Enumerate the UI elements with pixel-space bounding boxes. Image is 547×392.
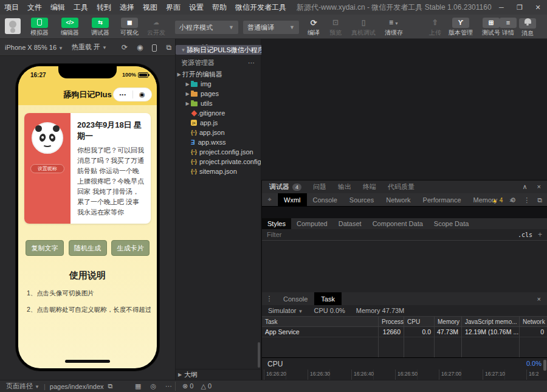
menu-select[interactable]: 选择	[115, 0, 139, 15]
rotate-device-icon[interactable]	[152, 44, 157, 52]
tree-open-editors[interactable]: ▶ 打开的编辑器	[176, 69, 261, 79]
task-row-name[interactable]: App Service	[262, 327, 379, 337]
record-icon[interactable]: ◉	[137, 43, 143, 52]
tree-file-privateconfig[interactable]: {··} project.private.config.js...	[176, 157, 261, 167]
restart-icon[interactable]: ⟳	[122, 43, 128, 52]
tree-folder-utils[interactable]: ▶ utils	[176, 98, 261, 108]
visualization-toggle[interactable]: ▦ 可视化	[114, 16, 145, 37]
tab-sources[interactable]: Sources	[343, 193, 380, 206]
menu-file[interactable]: 文件	[23, 0, 46, 15]
tree-folder-pages[interactable]: ▶ pages	[176, 89, 261, 98]
warning-count[interactable]: △ 0	[201, 382, 212, 390]
menu-tools[interactable]: 工具	[69, 0, 92, 15]
simulator-toggle[interactable]: 模拟器	[24, 16, 55, 37]
cls-toggle[interactable]: .cls	[518, 232, 532, 238]
tab-styles[interactable]: Styles	[262, 218, 291, 229]
menu-settings[interactable]: 设置	[185, 0, 208, 15]
tab-task[interactable]: Task	[314, 292, 342, 305]
compile-mode-select[interactable]: 普通编译 ▼	[243, 21, 299, 34]
collapse-icon[interactable]: ∧	[523, 183, 528, 191]
hot-reload-select[interactable]: 热重载 开▼	[72, 43, 107, 52]
compile-button[interactable]: ⟳ 编译	[303, 16, 325, 37]
menu-help[interactable]: 帮助	[208, 0, 231, 15]
tab-scope-data[interactable]: Scope Data	[428, 218, 474, 229]
warning-icon[interactable]: ▲ 4	[492, 197, 503, 204]
tab-performance[interactable]: Performance	[417, 193, 467, 206]
col-js-memory[interactable]: JavaScript memo...	[462, 317, 520, 327]
debugger-toggle[interactable]: ⇆ 调试器	[85, 16, 115, 37]
tab-debugger[interactable]: 调试器 4	[269, 182, 301, 191]
kebab-menu-icon[interactable]: ⋮	[262, 292, 277, 305]
tree-folder-img[interactable]: ▶ img	[176, 79, 261, 89]
more-icon[interactable]: ⋯	[248, 59, 255, 67]
clear-cache-button[interactable]: ≡ ▼ 清缓存	[380, 16, 407, 37]
tree-file-sitemap[interactable]: {··} sitemap.json	[176, 167, 261, 176]
gear-icon[interactable]: ⚙	[510, 196, 516, 204]
device-select[interactable]: iPhone X 85% 16▼	[5, 44, 63, 51]
inspect-element-icon[interactable]: ⌖	[262, 193, 278, 206]
menu-project[interactable]: 项目	[0, 0, 23, 15]
messages-button[interactable]: 消息	[515, 16, 540, 38]
random-generate-button[interactable]: 随机生成	[69, 240, 107, 256]
tab-component-data[interactable]: Component Data	[367, 218, 428, 229]
menu-view[interactable]: 视图	[139, 0, 162, 15]
tab-code-quality[interactable]: 代码质量	[388, 182, 415, 191]
wxml-tree-area[interactable]	[262, 207, 547, 218]
plugin-icon[interactable]: ▦	[135, 382, 141, 390]
tab-dataset[interactable]: Dataset	[333, 218, 367, 229]
styles-content-area[interactable]	[262, 241, 547, 292]
error-count[interactable]: ⊗ 0	[182, 382, 193, 390]
tree-file-gitignore[interactable]: .gitignore	[176, 108, 261, 118]
tab-network[interactable]: Network	[380, 193, 416, 206]
close-button[interactable]: ✕	[529, 0, 547, 15]
panda-avatar[interactable]	[32, 122, 63, 154]
cpu-scrollbar[interactable]	[543, 360, 546, 371]
miniprogram-capsule[interactable]: ••• ◉	[113, 88, 152, 101]
editor-toggle[interactable]: </> 编辑器	[55, 16, 85, 37]
tree-file-appwxss[interactable]: Ǝ app.wxss	[176, 137, 261, 147]
mode-select[interactable]: 小程序模式 ▼	[175, 21, 238, 34]
col-task[interactable]: Task	[262, 317, 379, 327]
add-style-icon[interactable]: +	[538, 230, 542, 239]
tab-terminal[interactable]: 终端	[363, 182, 376, 191]
menu-goto[interactable]: 转到	[92, 0, 115, 15]
tab-computed[interactable]: Computed	[291, 218, 333, 229]
more-icon[interactable]: •••	[114, 92, 132, 97]
tab-console[interactable]: Console	[307, 193, 343, 206]
menu-devtools[interactable]: 微信开发者工具	[231, 0, 291, 15]
tree-file-appjson[interactable]: {··} app.json	[176, 128, 261, 137]
copy-text-button[interactable]: 复制文字	[26, 240, 64, 256]
maximize-button[interactable]: ❐	[511, 0, 529, 15]
menu-interface[interactable]: 界面	[162, 0, 185, 15]
tab-output[interactable]: 输出	[338, 182, 351, 191]
eye-icon[interactable]: ◎	[150, 382, 156, 390]
exit-icon[interactable]: ◉	[133, 91, 152, 98]
multi-window-icon[interactable]: ⧉	[166, 43, 171, 52]
kebab-menu-icon[interactable]: ⋮	[523, 196, 530, 204]
dock-icon[interactable]: ⧉	[537, 196, 542, 204]
explorer-scrollbar[interactable]	[258, 342, 260, 368]
col-network[interactable]: Network	[520, 317, 547, 327]
col-process-id[interactable]: Process ID	[379, 317, 404, 327]
menu-edit[interactable]: 编辑	[46, 0, 69, 15]
simulator-filter[interactable]: Simulator ▼	[268, 307, 303, 314]
styles-filter-input[interactable]	[267, 231, 518, 238]
close-icon[interactable]: ×	[537, 183, 541, 191]
close-icon[interactable]: ×	[537, 292, 541, 305]
tree-file-appjs[interactable]: js app.js	[176, 118, 261, 128]
set-nickname-button[interactable]: 设置昵称	[30, 164, 64, 173]
col-cpu[interactable]: CPU	[404, 317, 435, 327]
tab-wxml[interactable]: Wxml	[278, 193, 307, 206]
more-icon[interactable]: ⋯	[165, 382, 172, 390]
tab-problems[interactable]: 问题	[313, 182, 326, 191]
tab-bottom-console[interactable]: Console	[277, 292, 314, 305]
outline-section[interactable]: ▶ 大纲	[176, 369, 261, 380]
col-memory[interactable]: Memory	[435, 317, 462, 327]
account-avatar[interactable]	[5, 18, 21, 34]
page-path-select[interactable]: 页面路径 ▼	[6, 382, 40, 391]
version-control-button[interactable]: ϒ 版本管理	[444, 16, 478, 37]
copy-icon[interactable]: ⧉	[108, 382, 113, 390]
tree-file-projectconfig[interactable]: {··} project.config.json	[176, 147, 261, 157]
generate-card-button[interactable]: 生成卡片	[111, 240, 150, 256]
minimize-button[interactable]: ─	[492, 0, 511, 15]
